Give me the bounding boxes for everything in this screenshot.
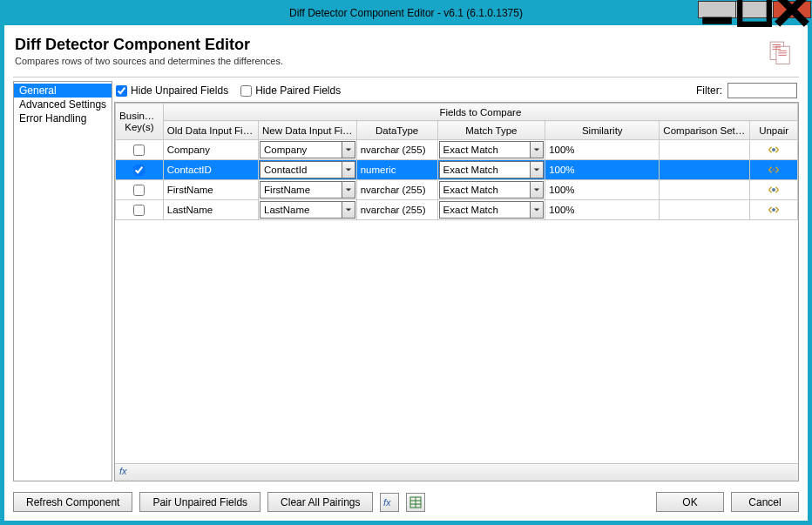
- svg-point-15: [772, 208, 775, 212]
- col-header-fields-to-compare: Fields to Compare: [163, 104, 797, 121]
- datatype-cell: nvarchar (255): [357, 205, 437, 215]
- business-key-checkbox[interactable]: [116, 145, 163, 156]
- sidebar-item-label: Error Handling: [19, 112, 86, 125]
- filter-input[interactable]: [727, 83, 797, 98]
- new-field-combo[interactable]: LastName: [259, 200, 356, 219]
- col-header-datatype[interactable]: DataType: [356, 121, 437, 140]
- chevron-down-icon[interactable]: [342, 141, 355, 158]
- matchtype-combo[interactable]: Exact Match: [438, 140, 545, 159]
- unpair-button[interactable]: [750, 145, 797, 155]
- page-subtitle: Compares rows of two sources and determi…: [15, 56, 797, 66]
- filter-control: Filter:: [696, 83, 797, 98]
- options-row: Hide Unpaired Fields Hide Paired Fields …: [114, 81, 799, 102]
- content-panel: Hide Unpaired Fields Hide Paired Fields …: [114, 81, 799, 481]
- close-icon: [774, 0, 810, 28]
- col-header-comparison[interactable]: Comparison Settings: [660, 121, 750, 140]
- sidebar-item-general[interactable]: General: [14, 84, 112, 98]
- svg-text:fx: fx: [119, 466, 127, 476]
- expression-editor-button[interactable]: fx: [380, 493, 399, 512]
- chevron-down-icon[interactable]: [530, 161, 544, 178]
- hide-unpaired-input[interactable]: [116, 85, 127, 97]
- new-field-combo[interactable]: Company: [259, 140, 356, 159]
- svg-point-12: [772, 148, 775, 151]
- properties-button[interactable]: [406, 493, 425, 512]
- hide-paired-input[interactable]: [240, 85, 252, 97]
- maximize-button[interactable]: [735, 1, 774, 18]
- datatype-cell: numeric: [357, 165, 437, 175]
- main-area: General Advanced Settings Error Handling…: [13, 77, 799, 481]
- matchtype-combo[interactable]: Exact Match: [438, 160, 545, 179]
- table-row[interactable]: CompanyCompanynvarchar (255)Exact Match1…: [116, 140, 798, 160]
- window-title: Diff Detector Component Editor - v6.1 (6…: [289, 7, 523, 19]
- table-row[interactable]: FirstNameFirstNamenvarchar (255)Exact Ma…: [116, 180, 798, 200]
- titlebar: Diff Detector Component Editor - v6.1 (6…: [1, 1, 811, 25]
- svg-rect-1: [740, 0, 769, 24]
- fields-grid: Business Key(s) Fields to Compare Old Da…: [114, 102, 799, 481]
- fx-icon[interactable]: fx: [118, 464, 132, 481]
- checkbox-label: Hide Paired Fields: [255, 84, 341, 97]
- unpair-button[interactable]: [750, 165, 797, 175]
- col-header-unpair[interactable]: Unpair: [750, 121, 798, 140]
- col-header-similarity[interactable]: Similarity: [545, 121, 660, 140]
- new-field-combo[interactable]: ContactId: [259, 160, 356, 179]
- old-field-cell: Company: [164, 145, 258, 155]
- old-field-cell: LastName: [164, 205, 258, 215]
- col-header-matchtype[interactable]: Match Type: [437, 121, 545, 140]
- refresh-component-button[interactable]: Refresh Component: [13, 492, 132, 512]
- col-header-new[interactable]: New Data Input Field: [259, 121, 357, 140]
- fields-table: Business Key(s) Fields to Compare Old Da…: [115, 103, 798, 220]
- unpair-button[interactable]: [750, 205, 797, 215]
- unpair-button[interactable]: [750, 185, 797, 195]
- sidebar-item-advanced-settings[interactable]: Advanced Settings: [14, 98, 112, 111]
- old-field-cell: ContactID: [164, 165, 258, 175]
- matchtype-combo[interactable]: Exact Match: [438, 180, 545, 199]
- chevron-down-icon[interactable]: [342, 201, 355, 219]
- clear-all-pairings-button[interactable]: Clear All Pairings: [267, 492, 373, 512]
- chevron-down-icon[interactable]: [530, 181, 544, 199]
- window-controls: [699, 1, 811, 18]
- table-row[interactable]: ContactIDContactIdnumericExact Match100%: [116, 160, 798, 180]
- svg-text:fx: fx: [383, 497, 391, 508]
- minimize-button[interactable]: [698, 1, 736, 18]
- grid-scroll[interactable]: Business Key(s) Fields to Compare Old Da…: [115, 103, 798, 463]
- table-row[interactable]: LastNameLastNamenvarchar (255)Exact Matc…: [116, 200, 798, 220]
- svg-point-14: [772, 188, 775, 192]
- business-key-checkbox[interactable]: [116, 205, 163, 216]
- client-area: Diff Detector Component Editor Compares …: [1, 25, 811, 524]
- new-field-combo[interactable]: FirstName: [259, 180, 356, 199]
- checkbox-label: Hide Unpaired Fields: [131, 84, 228, 97]
- hide-unpaired-checkbox[interactable]: Hide Unpaired Fields: [116, 84, 228, 97]
- sidebar-item-label: General: [19, 84, 57, 97]
- page-title: Diff Detector Component Editor: [15, 36, 797, 54]
- close-button[interactable]: [773, 1, 811, 18]
- col-header-business-keys[interactable]: Business Key(s): [116, 104, 164, 140]
- chevron-down-icon[interactable]: [530, 141, 544, 158]
- col-header-old[interactable]: Old Data Input Field: [163, 121, 258, 140]
- business-key-checkbox[interactable]: [116, 185, 163, 196]
- chevron-down-icon[interactable]: [342, 181, 355, 199]
- sidebar: General Advanced Settings Error Handling: [13, 81, 112, 481]
- ok-button[interactable]: OK: [656, 492, 724, 512]
- chevron-down-icon[interactable]: [530, 201, 544, 219]
- sidebar-item-error-handling[interactable]: Error Handling: [14, 111, 112, 125]
- datatype-cell: nvarchar (255): [357, 185, 437, 195]
- similarity-cell: 100%: [545, 205, 659, 215]
- minimize-icon: [699, 0, 735, 28]
- chevron-down-icon[interactable]: [342, 161, 355, 178]
- button-bar: Refresh Component Pair Unpaired Fields C…: [13, 487, 799, 512]
- similarity-cell: 100%: [545, 185, 659, 195]
- hide-paired-checkbox[interactable]: Hide Paired Fields: [240, 84, 341, 97]
- business-key-checkbox[interactable]: [116, 165, 163, 176]
- old-field-cell: FirstName: [164, 185, 258, 195]
- similarity-cell: 100%: [545, 165, 659, 175]
- cancel-button[interactable]: Cancel: [731, 492, 799, 512]
- maximize-icon: [736, 0, 773, 28]
- dialog-window: Diff Detector Component Editor - v6.1 (6…: [0, 0, 812, 525]
- filter-label: Filter:: [696, 84, 722, 97]
- matchtype-combo[interactable]: Exact Match: [438, 200, 545, 219]
- sidebar-item-label: Advanced Settings: [19, 98, 106, 111]
- datatype-cell: nvarchar (255): [357, 145, 437, 155]
- pair-unpaired-fields-button[interactable]: Pair Unpaired Fields: [139, 492, 261, 512]
- expression-bar: fx: [115, 463, 798, 481]
- similarity-cell: 100%: [545, 145, 659, 155]
